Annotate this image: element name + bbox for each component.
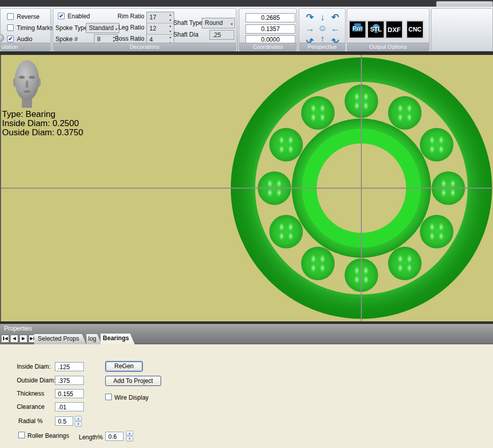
spin-down-icon: ▼ — [126, 436, 133, 441]
reverse-checkbox[interactable] — [7, 13, 14, 20]
roller-bearings-checkbox[interactable] — [18, 432, 25, 438]
spin-up-icon: ▲ — [75, 416, 82, 421]
thickness-field[interactable] — [55, 389, 84, 398]
group-caption-perspective: Perspective — [299, 43, 345, 51]
left-arrow-icon[interactable]: ← — [329, 23, 342, 34]
spin-down-icon: ▼ — [75, 422, 82, 427]
add-to-project-button[interactable]: Add To Project — [105, 376, 161, 386]
group-empty — [431, 8, 493, 51]
leg-ratio-spinbox[interactable]: 12 ▴▾ — [147, 23, 174, 35]
length-pct-spinner[interactable]: ▲▼ — [126, 431, 133, 441]
group-output-options: Prn STL DXF CNC Output Options — [347, 8, 429, 51]
right-arrow-icon[interactable]: → — [303, 23, 316, 34]
radial-pct-spinner[interactable]: ▲▼ — [75, 416, 82, 426]
rotate-cw-icon[interactable]: ↷ — [303, 12, 316, 23]
properties-tab-strip: ◀ ◀ ▶ ▶ Selected Props log Bearings — [0, 334, 493, 344]
shaft-dia-label: Shaft Dia — [173, 31, 198, 38]
coordinate-y-field: 0.1357 — [245, 24, 295, 34]
tab-selected-props[interactable]: Selected Props — [34, 334, 86, 344]
shaft-type-label: Shaft Type — [173, 19, 202, 26]
group-caption-decorations: Decorations — [53, 43, 236, 51]
shaft-type-dropdown[interactable]: Round ▾ — [202, 18, 235, 28]
smiley-icon[interactable]: ☺ — [316, 23, 329, 34]
tab-log[interactable]: log — [86, 334, 102, 344]
length-pct-label: Length% — [79, 434, 103, 441]
shaft-dia-field[interactable]: .25 — [209, 30, 234, 40]
radial-pct-field[interactable] — [55, 416, 73, 426]
cnc-export-button[interactable]: CNC — [407, 21, 423, 38]
down-arrow-icon[interactable]: ↓ — [316, 12, 329, 23]
regen-button[interactable]: ReGen — [105, 361, 143, 372]
group-caption-coordinates: Coordinates — [239, 43, 296, 51]
canvas[interactable]: Type: Bearing Inside Diam: 0.2500 Ouside… — [0, 55, 493, 321]
window-top-bar — [0, 0, 493, 7]
spinner-arrows-icon[interactable]: ▴▾ — [167, 24, 173, 34]
group-caption-simulation: ulation — [1, 43, 50, 51]
model-inside-diam-line: Inside Diam: 0.2500 — [2, 119, 83, 128]
model-outside-diam-line: Ouside Diam: 0.3750 — [2, 128, 83, 137]
stl-export-button[interactable]: STL — [367, 21, 384, 38]
bearing-render[interactable] — [1, 55, 493, 321]
properties-panel: Inside Diam: Outside Diam: Thickness Cle… — [0, 344, 493, 448]
rotate-ccw-icon[interactable]: ↶ — [329, 12, 342, 23]
app-menu-icon[interactable] — [0, 34, 4, 42]
leg-ratio-label: Leg Ratio — [112, 24, 144, 31]
inside-diam-field[interactable] — [55, 362, 84, 371]
timing-marks-checkbox[interactable] — [7, 24, 14, 31]
inside-diam-label: Inside Diam: — [17, 363, 51, 370]
ratio-spinbox-column: 17 ▴▾ 12 ▴▾ 4 ▴▾ — [146, 12, 174, 46]
outside-diam-label: Outside Diam: — [17, 377, 55, 384]
reverse-label: Reverse — [17, 13, 40, 20]
group-decorations: ✔ Enabled Spoke Type Standard ▾ Spoke # … — [53, 8, 236, 51]
spinner-arrows-icon[interactable]: ▴▾ — [167, 13, 173, 22]
properties-header: Properties — [0, 324, 493, 334]
next-tab-button[interactable]: ▶ — [19, 335, 27, 343]
group-perspective: ↷ ↓ ↶ → ☺ ← ↷ ↑ ↶ Perspective — [299, 8, 346, 51]
roller-bearings-label: Roller Bearings — [27, 432, 69, 439]
timing-marks-label: Timing Marks — [17, 24, 53, 32]
wire-display-checkbox[interactable] — [105, 394, 112, 400]
chevron-down-icon: ▾ — [231, 20, 233, 29]
group-simulation: Reverse Timing Marks ✔ Audio ulation — [0, 8, 51, 51]
group-caption-output-options: Output Options — [347, 43, 429, 51]
audio-label: Audio — [17, 36, 33, 43]
group-coordinates: 0.2685 0.1357 0.0000 Coordinates — [239, 8, 297, 51]
model-info: Type: Bearing Inside Diam: 0.2500 Ouside… — [2, 110, 83, 137]
enabled-checkbox[interactable]: ✔ — [58, 13, 65, 19]
print-button[interactable]: Prn — [349, 21, 366, 38]
rim-ratio-spinbox[interactable]: 17 ▴▾ — [147, 12, 174, 23]
wire-display-label: Wire Display — [114, 394, 148, 401]
titlebar-inset[interactable] — [436, 1, 493, 7]
ribbon-canvas-separator — [0, 51, 493, 55]
length-pct-field[interactable] — [105, 432, 124, 441]
first-tab-button[interactable]: ◀ — [1, 335, 9, 343]
prev-tab-button[interactable]: ◀ — [10, 335, 18, 343]
dxf-export-button[interactable]: DXF — [386, 21, 403, 38]
rim-ratio-label: Rim Ratio — [112, 13, 144, 20]
enabled-label: Enabled — [68, 13, 90, 20]
boss-ratio-label: Boss Ratio — [110, 35, 144, 42]
clearance-field[interactable] — [55, 402, 84, 411]
thickness-label: Thickness — [17, 390, 44, 397]
model-type-line: Type: Bearing — [2, 110, 83, 119]
coordinate-x-field: 0.2685 — [245, 13, 295, 22]
tab-bearings[interactable]: Bearings — [101, 334, 135, 344]
radial-pct-label: Radial % — [18, 417, 43, 425]
spin-up-icon: ▲ — [126, 431, 133, 436]
clearance-label: Clearance — [17, 403, 45, 410]
ribbon: Reverse Timing Marks ✔ Audio ulation ✔ E… — [0, 7, 493, 51]
outside-diam-field[interactable] — [55, 376, 84, 385]
spoke-num-label: Spoke # — [55, 36, 78, 43]
spoke-type-label: Spoke Type — [55, 24, 87, 32]
audio-checkbox[interactable]: ✔ — [7, 36, 14, 42]
head-icon — [13, 59, 41, 109]
